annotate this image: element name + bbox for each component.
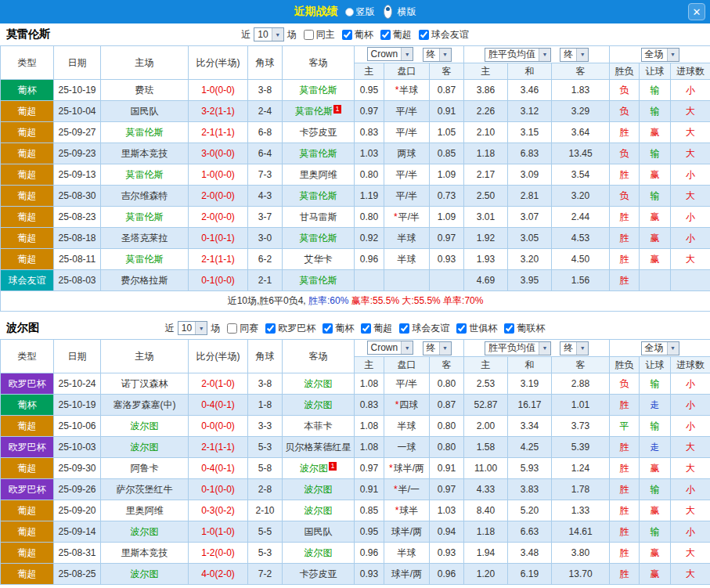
col-date: 日期 [54,340,101,373]
corners-cell: 7-3 [248,164,283,186]
competition-type: 欧罗巴杯 [1,479,54,500]
star-marker: * [395,399,399,410]
filter-option[interactable]: 葡超 [361,322,392,335]
result-handicap-cell: 赢 [640,249,671,270]
result-goals-cell: 大 [671,143,710,164]
odds-home-cell: 0.92 [355,228,384,249]
competition-type: 葡杯 [1,395,54,416]
filter-checkbox[interactable] [304,30,314,40]
team-name: 萨尔茨堡红牛 [117,484,173,495]
home-team-cell: 圣塔克莱拉 [101,228,189,249]
odds-away-cell: 0.87 [430,395,464,416]
odds-away-cell: 0.91 [430,458,464,479]
scope-select[interactable]: 全场▼ [641,48,679,62]
filter-option[interactable]: 同赛 [227,322,258,335]
home-team-cell: 萨尔茨堡红牛 [101,479,189,500]
matches-label: 场 [211,322,220,335]
chevron-down-icon: ▼ [195,322,207,334]
score-cell: 0-3(0-2) [189,500,248,521]
close-button[interactable]: ✕ [688,3,705,20]
layout-horizontal-option[interactable]: 横版 [380,5,416,19]
col-handicap: 盘口 [384,357,430,373]
match-count-select[interactable]: 10 ▼ [254,27,283,41]
wdl-home-cell: 8.40 [464,500,508,521]
chevron-down-icon: ▼ [539,342,550,355]
filter-option[interactable]: 欧罗巴杯 [265,322,315,335]
team-name: 莫雷伦斯 [300,190,337,201]
section-header-1: 莫雷伦斯 近 10 ▼ 场 同主葡杯葡超球会友谊 [0,23,710,45]
wdl-home-cell: 52.87 [464,395,508,416]
team-name: 卡莎皮亚 [300,568,337,579]
odds-away-cell [430,270,464,291]
filter-checkbox[interactable] [504,323,514,334]
wdl-average-select[interactable]: 胜平负均值▼ [485,48,551,62]
odds-company-select[interactable]: Crown▼ [367,341,414,355]
col-odds-home: 主 [355,357,384,373]
filter-checkbox[interactable] [456,323,467,334]
corners-cell: 2-8 [248,479,283,500]
result-handicap-cell: 赢 [640,500,671,521]
wdl-draw-cell: 6.19 [508,564,552,585]
filter-checkbox[interactable] [265,323,276,334]
wdl-home-cell: 3.86 [464,80,508,101]
wdl-draw-cell: 3.05 [508,228,552,249]
filter-label: 球会友谊 [412,322,449,335]
chevron-down-icon: ▼ [667,49,679,61]
corners-cell: 2-10 [248,500,283,521]
match-row: 葡超25-08-18圣塔克莱拉0-1(0-1)3-0莫雷伦斯0.92半球0.97… [1,228,710,249]
result-handicap-cell: 输 [640,521,671,543]
page-title: 近期战绩 [294,5,338,19]
competition-type: 球会友谊 [1,270,54,291]
home-team-cell: 国民队 [101,101,189,122]
competition-type: 葡超 [1,416,54,437]
odds-final-select[interactable]: 终▼ [423,341,452,355]
odds-away-cell: 0.80 [430,437,464,458]
match-date: 25-08-30 [54,186,101,207]
match-date: 25-08-25 [54,564,101,585]
team-name: 阿鲁卡 [131,463,159,474]
wdl-draw-cell: 6.63 [508,521,552,543]
handicap-cell: 平/半 [384,122,430,143]
odds-company-select[interactable]: Crown▼ [367,47,414,61]
handicap-cell: *四球 [384,395,430,416]
score-cell: 0-4(0-1) [189,458,248,479]
odds-away-cell: 1.09 [430,164,464,186]
home-team-cell: 波尔图 [101,416,189,437]
filter-option[interactable]: 葡杯 [342,28,373,41]
wdl-away-cell: 1.01 [552,395,610,416]
result-handicap-cell: 走 [640,395,671,416]
filter-checkbox[interactable] [380,30,391,40]
layout-vertical-option[interactable]: 竖版 [345,5,375,19]
scope-select[interactable]: 全场▼ [641,341,679,355]
wdl-away-cell: 3.73 [552,416,610,437]
col-result: 胜负 [610,63,640,80]
wdl-average-select[interactable]: 胜平负均值▼ [485,341,551,355]
match-count-select[interactable]: 10 ▼ [178,321,207,335]
odds-final-select[interactable]: 终▼ [423,48,452,62]
matches-label: 场 [287,28,297,41]
filter-checkbox[interactable] [419,30,429,40]
away-team-cell: 卡莎皮亚 [283,122,355,143]
match-date: 25-09-26 [54,479,101,500]
wdl-draw-cell: 3.07 [508,207,552,228]
home-team-cell: 里斯本竞技 [101,143,189,164]
filter-option[interactable]: 世俱杯 [456,322,497,335]
filter-checkbox[interactable] [323,323,333,334]
filter-option[interactable]: 球会友谊 [399,322,449,335]
filter-option[interactable]: 葡联杯 [504,322,545,335]
filter-checkbox[interactable] [342,30,352,40]
filter-option[interactable]: 同主 [304,28,335,41]
filter-option[interactable]: 球会友谊 [419,28,469,41]
filter-checkbox[interactable] [227,323,237,334]
filter-checkbox[interactable] [361,323,371,334]
filter-checkbox[interactable] [399,323,409,334]
wdl-final-select[interactable]: 终▼ [560,341,589,355]
wdl-final-select[interactable]: 终▼ [560,48,589,62]
wdl-away-cell: 14.61 [552,521,610,543]
team-name: 里斯本竞技 [121,148,168,159]
filter-option[interactable]: 葡杯 [323,322,354,335]
filter-option[interactable]: 葡超 [380,28,412,41]
col-type: 类型 [1,340,54,373]
handicap-cell: 半球 [384,228,430,249]
team-title: 波尔图 [6,321,39,335]
